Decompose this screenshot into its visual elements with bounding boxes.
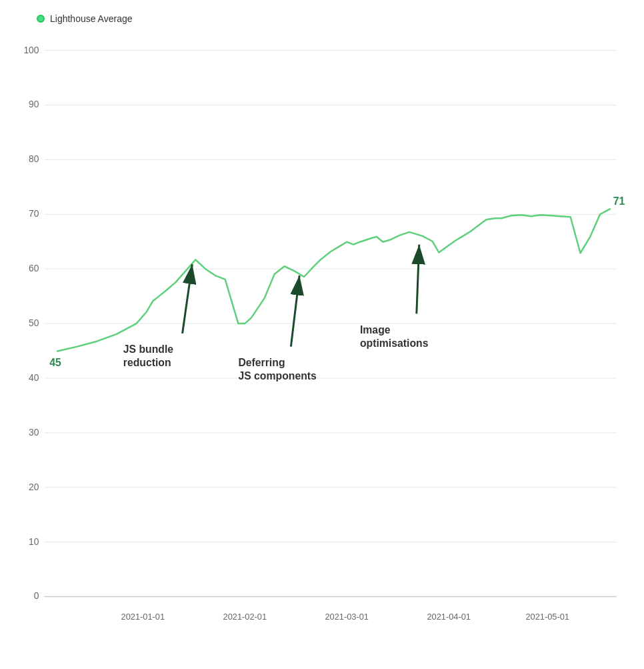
annotation-label-3b: optimisations [360,338,429,349]
annotation-arrow-3 [417,245,419,314]
svg-text:70: 70 [29,208,39,219]
chart-area: 0 10 20 30 40 50 60 70 80 90 100 2021-01… [37,31,631,623]
svg-text:20: 20 [29,482,39,492]
svg-text:50: 50 [29,317,39,328]
svg-text:80: 80 [29,153,39,164]
svg-text:10: 10 [29,536,39,547]
svg-text:2021-04-01: 2021-04-01 [427,612,471,622]
svg-text:40: 40 [29,372,39,383]
svg-text:2021-03-01: 2021-03-01 [325,612,369,622]
annotation-label-2a: Deferring [238,357,285,368]
lighthouse-line [57,209,610,351]
svg-text:100: 100 [23,45,39,55]
chart-legend: Lighthouse Average [37,13,631,24]
svg-text:2021-02-01: 2021-02-01 [223,612,267,622]
annotation-arrow-2 [291,275,299,347]
annotation-label-1a: JS bundle [123,344,174,355]
end-value-label: 71 [613,195,625,207]
svg-text:60: 60 [29,263,39,273]
svg-text:90: 90 [29,99,39,109]
annotation-label-1b: reduction [123,357,171,368]
svg-text:30: 30 [29,427,39,438]
legend-label: Lighthouse Average [50,13,133,24]
chart-svg: 0 10 20 30 40 50 60 70 80 90 100 2021-01… [37,31,631,623]
svg-text:2021-01-01: 2021-01-01 [121,612,165,622]
legend-dot [37,15,45,23]
start-value-label: 45 [49,357,61,368]
svg-text:0: 0 [34,590,39,601]
annotation-arrow-1 [183,264,193,333]
chart-container: Lighthouse Average 0 10 20 30 40 50 [0,0,644,669]
annotation-label-3a: Image [360,324,391,336]
annotation-label-2b: JS components [238,370,317,382]
svg-text:2021-05-01: 2021-05-01 [525,612,569,622]
